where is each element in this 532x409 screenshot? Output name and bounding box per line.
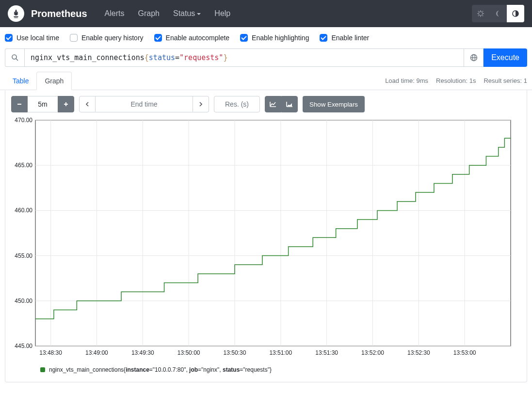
svg-rect-9	[35, 120, 511, 346]
opt-local-time[interactable]: Use local time	[5, 34, 59, 42]
svg-text:13:50:00: 13:50:00	[177, 349, 200, 356]
theme-system-icon[interactable]	[472, 5, 489, 22]
nav-links: Alerts Graph Status Help	[99, 5, 237, 22]
svg-text:13:53:00: 13:53:00	[453, 349, 476, 356]
query-row: nginx_vts_main_connections{status="reque…	[0, 48, 532, 72]
brand-text: Prometheus	[31, 8, 87, 19]
options-row: Use local time Enable query history Enab…	[0, 27, 532, 48]
tab-table[interactable]: Table	[5, 72, 36, 90]
svg-point-1	[12, 55, 16, 59]
legend-swatch	[40, 367, 45, 372]
svg-text:13:51:00: 13:51:00	[269, 349, 292, 356]
svg-text:13:49:00: 13:49:00	[85, 349, 108, 356]
meta-load-time: Load time: 9ms	[385, 77, 428, 84]
tab-meta: Load time: 9ms Resolution: 1s Result ser…	[385, 77, 527, 84]
tab-graph[interactable]: Graph	[36, 72, 72, 90]
range-increase-button[interactable]	[58, 96, 74, 112]
chart-type-group	[265, 96, 298, 112]
time-group: End time	[79, 96, 209, 112]
svg-text:13:52:00: 13:52:00	[361, 349, 384, 356]
svg-text:450.00: 450.00	[15, 298, 32, 304]
opt-linter[interactable]: Enable linter	[320, 34, 369, 42]
nav-alerts[interactable]: Alerts	[99, 5, 130, 22]
legend-text: nginx_vts_main_connections{instance="10.…	[49, 366, 272, 373]
legend[interactable]: nginx_vts_main_connections{instance="10.…	[40, 366, 521, 373]
theme-toggle	[472, 5, 524, 22]
search-icon	[5, 48, 24, 67]
nav-graph[interactable]: Graph	[132, 5, 165, 22]
range-display[interactable]: 5m	[28, 96, 58, 112]
globe-icon[interactable]	[464, 48, 484, 67]
svg-text:445.00: 445.00	[15, 343, 32, 349]
theme-light-icon[interactable]	[507, 5, 524, 22]
opt-autocomplete[interactable]: Enable autocomplete	[154, 34, 230, 42]
prometheus-logo-icon	[8, 5, 24, 22]
query-input[interactable]: nginx_vts_main_connections{status="reque…	[24, 48, 464, 67]
svg-text:460.00: 460.00	[15, 207, 32, 214]
brand[interactable]: Prometheus	[8, 5, 87, 22]
stacked-chart-icon[interactable]	[281, 96, 298, 112]
show-exemplars-button[interactable]: Show Exemplars	[303, 96, 365, 112]
time-forward-button[interactable]	[193, 96, 209, 112]
range-group: 5m	[11, 96, 74, 112]
chart: 445.00450.00455.00460.00465.00470.0013:4…	[11, 117, 521, 360]
end-time-input[interactable]: End time	[96, 96, 193, 112]
nav-status[interactable]: Status	[167, 5, 207, 22]
chevron-down-icon	[197, 13, 201, 15]
time-back-button[interactable]	[79, 96, 96, 112]
opt-query-history[interactable]: Enable query history	[70, 34, 144, 42]
svg-text:465.00: 465.00	[15, 162, 32, 169]
tab-row: Table Graph Load time: 9ms Resolution: 1…	[0, 72, 532, 90]
meta-series: Result series: 1	[484, 77, 527, 84]
svg-text:13:52:30: 13:52:30	[407, 349, 430, 356]
chart-svg[interactable]: 445.00450.00455.00460.00465.00470.0013:4…	[11, 117, 521, 360]
graph-panel: 5m End time Res. (s) Show Exemplars 445.…	[5, 90, 527, 382]
svg-text:13:48:30: 13:48:30	[39, 349, 62, 356]
meta-resolution: Resolution: 1s	[436, 77, 476, 84]
execute-button[interactable]: Execute	[484, 48, 527, 67]
svg-text:13:50:30: 13:50:30	[224, 349, 246, 356]
resolution-input[interactable]: Res. (s)	[214, 96, 260, 112]
svg-text:13:49:30: 13:49:30	[131, 349, 154, 356]
navbar: Prometheus Alerts Graph Status Help	[0, 0, 532, 27]
svg-text:13:51:30: 13:51:30	[315, 349, 338, 356]
svg-text:455.00: 455.00	[15, 252, 32, 259]
range-decrease-button[interactable]	[11, 96, 28, 112]
svg-line-2	[16, 59, 18, 61]
opt-highlighting[interactable]: Enable highlighting	[240, 34, 309, 42]
nav-help[interactable]: Help	[209, 5, 236, 22]
line-chart-icon[interactable]	[265, 96, 281, 112]
svg-text:470.00: 470.00	[15, 117, 32, 124]
theme-dark-icon[interactable]	[489, 5, 507, 22]
controls: 5m End time Res. (s) Show Exemplars	[11, 96, 521, 112]
